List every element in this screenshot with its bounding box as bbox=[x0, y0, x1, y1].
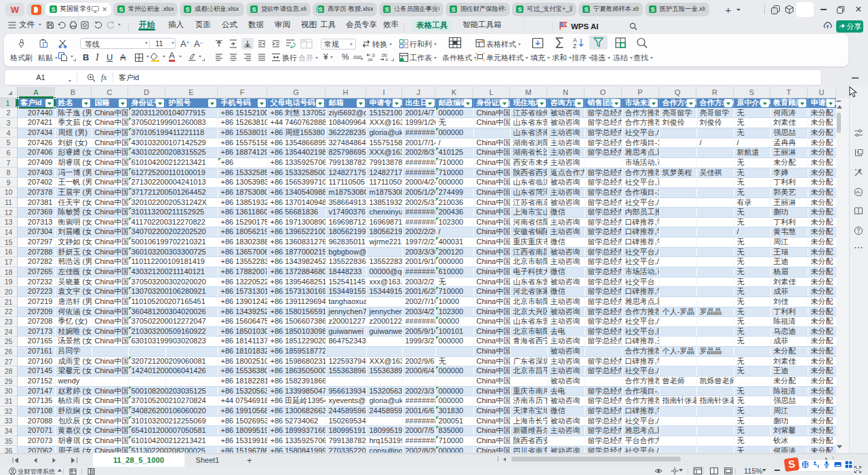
svg-text:Z: Z bbox=[573, 43, 576, 49]
svg-text:000: 000 bbox=[353, 54, 362, 60]
svg-text:.0: .0 bbox=[384, 58, 389, 61]
svg-text:.00: .00 bbox=[367, 58, 373, 61]
svg-text:.0: .0 bbox=[371, 53, 375, 58]
svg-text:.00: .00 bbox=[380, 53, 387, 58]
